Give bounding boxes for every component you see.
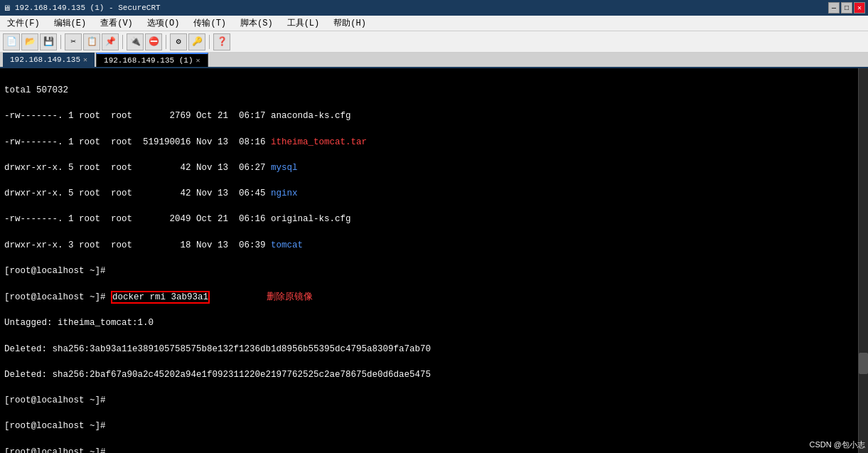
menu-file[interactable]: 文件(F)	[3, 16, 44, 31]
menu-help[interactable]: 帮助(H)	[329, 16, 370, 31]
toolbar-sep2	[122, 35, 123, 49]
menu-options[interactable]: 选项(O)	[143, 16, 184, 31]
tab-bar: 192.168.149.135 ✕ 192.168.149.135 (1) ✕	[0, 53, 868, 68]
line-5: drwxr-xr-x. 5 root root 42 Nov 13 06:45 …	[4, 187, 854, 200]
toolbar-copy[interactable]: 📋	[83, 33, 100, 50]
line-14: [root@localhost ~]#	[4, 420, 854, 432]
toolbar-sep1	[60, 35, 61, 49]
toolbar: 📄 📂 💾 ✂ 📋 📌 🔌 ⛔ ⚙ 🔑 ❓	[0, 31, 868, 53]
window-frame: 🖥 192.168.149.135 (1) - SecureCRT — □ ✕ …	[0, 0, 868, 453]
terminal-output: total 507032 -rw-------. 1 root root 276…	[0, 68, 858, 453]
toolbar-sep3	[166, 35, 166, 49]
title-bar-controls[interactable]: — □ ✕	[828, 2, 865, 14]
close-button[interactable]: ✕	[854, 2, 865, 14]
maximize-button[interactable]: □	[841, 2, 852, 14]
tab-session-2-label: 192.168.149.135 (1)	[104, 56, 193, 65]
line-2: -rw-------. 1 root root 2769 Oct 21 06:1…	[4, 110, 854, 122]
line-12: Deleted: sha256:2baf67a90a2c45202a94e1f0…	[4, 368, 854, 381]
window-icon: 🖥	[3, 4, 11, 13]
toolbar-cut[interactable]: ✂	[65, 33, 82, 50]
menu-view[interactable]: 查看(V)	[96, 16, 137, 31]
menu-script[interactable]: 脚本(S)	[236, 16, 277, 31]
line-13: [root@localhost ~]#	[4, 394, 854, 407]
toolbar-sep4	[209, 35, 210, 49]
menu-tools[interactable]: 工具(L)	[283, 16, 324, 31]
toolbar-new[interactable]: 📄	[3, 33, 20, 50]
watermark: CSDN @包小志	[810, 439, 865, 450]
menu-bar: 文件(F) 编辑(E) 查看(V) 选项(O) 传输(T) 脚本(S) 工具(L…	[0, 16, 868, 31]
line-6: -rw-------. 1 root root 2049 Oct 21 06:1…	[4, 213, 854, 225]
title-bar-left: 🖥 192.168.149.135 (1) - SecureCRT	[3, 4, 161, 13]
toolbar-settings[interactable]: ⚙	[170, 33, 187, 50]
tab-session-1-label: 192.168.149.135	[10, 55, 80, 64]
terminal-scrollbar[interactable]	[858, 68, 868, 453]
toolbar-key[interactable]: 🔑	[188, 33, 205, 50]
tab-session-1[interactable]: 192.168.149.135 ✕	[3, 53, 95, 67]
line-11: Deleted: sha256:3ab93a11e389105758575b8e…	[4, 343, 854, 356]
tab-session-1-close[interactable]: ✕	[83, 55, 87, 64]
title-bar: 🖥 192.168.149.135 (1) - SecureCRT — □ ✕	[0, 0, 868, 16]
toolbar-open[interactable]: 📂	[21, 33, 38, 50]
tab-session-2[interactable]: 192.168.149.135 (1) ✕	[96, 53, 208, 67]
terminal-area[interactable]: total 507032 -rw-------. 1 root root 276…	[0, 68, 868, 453]
line-9: [root@localhost ~]# docker rmi 3ab93a1删除…	[4, 290, 854, 304]
line-10: Untagged: itheima_tomcat:1.0	[4, 316, 854, 329]
window-title: 192.168.149.135 (1) - SecureCRT	[15, 4, 161, 12]
toolbar-paste[interactable]: 📌	[102, 33, 119, 50]
line-7: drwxr-xr-x. 3 root root 18 Nov 13 06:39 …	[4, 239, 854, 252]
toolbar-disconnect[interactable]: ⛔	[145, 33, 162, 50]
toolbar-help[interactable]: ❓	[213, 33, 230, 50]
menu-edit[interactable]: 编辑(E)	[50, 16, 91, 31]
tab-session-2-close[interactable]: ✕	[195, 56, 200, 65]
line-8: [root@localhost ~]#	[4, 265, 854, 277]
minimize-button[interactable]: —	[828, 2, 840, 14]
menu-transfer[interactable]: 传输(T)	[189, 16, 230, 31]
toolbar-connect[interactable]: 🔌	[127, 33, 144, 50]
line-4: drwxr-xr-x. 5 root root 42 Nov 13 06:27 …	[4, 161, 854, 174]
line-1: total 507032	[4, 84, 854, 97]
line-15: [root@localhost ~]#	[4, 446, 854, 453]
line-3: -rw-------. 1 root root 519190016 Nov 13…	[4, 136, 854, 149]
toolbar-save[interactable]: 💾	[40, 33, 57, 50]
